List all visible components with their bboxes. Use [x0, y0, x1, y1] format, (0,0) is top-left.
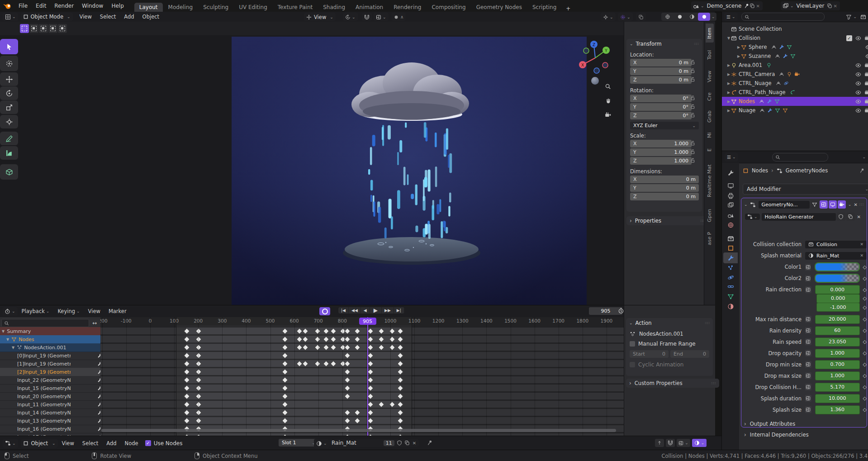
scene-selector[interactable]: ⌄Demo_scene✕ — [691, 1, 763, 10]
keyframe-diamond-button[interactable]: ◇ — [863, 407, 867, 413]
material-name-block[interactable]: Rain_Mat11✕ — [329, 439, 419, 447]
editor-type-button-shader[interactable]: ⌄ — [3, 439, 18, 448]
tool-transform-button[interactable] — [0, 115, 18, 128]
add-workspace-button[interactable]: + — [562, 5, 574, 12]
transform-field[interactable]: Y0 m — [630, 67, 692, 75]
outliner-row-ctrl-nuage[interactable]: ▶CTRL_Nuage — [722, 79, 868, 88]
ref-field[interactable]: Rain_Mat✕ — [805, 252, 867, 260]
keyframe-diamond-button[interactable]: ◇ — [863, 328, 867, 333]
eye-icon[interactable] — [865, 53, 868, 59]
expand-right-icon[interactable]: ▶ — [736, 54, 741, 58]
tool-annotate-button[interactable] — [0, 132, 18, 145]
shader-menu-view[interactable]: View — [58, 440, 78, 447]
topbar-menu-edit[interactable]: Edit — [32, 3, 50, 9]
lock-open-icon[interactable] — [690, 68, 696, 74]
jump-to-start-button[interactable]: |◀ — [338, 307, 349, 314]
lock-open-icon[interactable] — [690, 95, 696, 101]
sub-panel-output-attributes[interactable]: ›Output Attributes — [744, 419, 864, 428]
shader-type-dropdown[interactable]: Object⌄ — [21, 439, 58, 448]
keyframe-diamond-button[interactable]: ◇ — [863, 304, 867, 310]
cyclic-animation-row[interactable]: Cyclic Animation — [626, 358, 713, 368]
editor-type-button-properties[interactable]: ☰⌄ — [725, 153, 738, 162]
tool-rotate-button[interactable] — [0, 86, 18, 100]
viewport-canvas[interactable]: ZXY — [0, 35, 624, 305]
navigation-gizmo[interactable]: ZXY — [577, 39, 613, 75]
expand-right-icon[interactable]: ▶ — [726, 63, 731, 67]
number-field[interactable]: 1.000 — [815, 349, 860, 358]
outliner-row-scene-collection[interactable]: Scene Collection — [722, 24, 868, 33]
modifier-edit-mode-toggle[interactable] — [811, 200, 819, 209]
tool-measure-button[interactable] — [0, 146, 18, 160]
eye-icon[interactable] — [855, 108, 861, 114]
outliner-filter-dropdown[interactable]: ⌄ — [846, 14, 857, 20]
workspace-tab-animation[interactable]: Animation — [351, 3, 388, 12]
camera-visibility-icon[interactable] — [864, 71, 868, 77]
timeline-menu-keying[interactable]: Keying⌄ — [53, 308, 84, 314]
keyframe-grid[interactable]: -200-10001002003004005006007008009001000… — [100, 317, 624, 436]
input-socket-toggle[interactable] — [805, 327, 811, 334]
number-field[interactable]: 0.700 — [815, 360, 860, 369]
viewport-menu-object[interactable]: Object — [138, 14, 163, 20]
lock-open-icon[interactable] — [690, 112, 696, 118]
properties-tab-object[interactable] — [723, 242, 738, 253]
current-frame-field[interactable]: 905 — [589, 307, 622, 315]
modifier-viewport-toggle[interactable] — [829, 200, 837, 209]
topbar-menu-file[interactable]: File — [14, 3, 32, 9]
copy-material-icon[interactable] — [404, 440, 410, 446]
fake-user-icon[interactable] — [397, 440, 402, 446]
channel-row-8[interactable]: Input_20 (GeometryNodes✓ — [0, 392, 118, 401]
transform-field[interactable]: X0° — [630, 95, 692, 102]
input-socket-toggle[interactable] — [805, 286, 811, 293]
shading-material-preview-button[interactable] — [686, 13, 698, 21]
sidebar-tab-item[interactable]: Item — [706, 24, 714, 43]
select-mode-extend[interactable] — [29, 24, 38, 33]
eye-icon[interactable] — [855, 99, 861, 105]
pin-material-button[interactable] — [427, 440, 433, 447]
viewport-menu-select[interactable]: Select — [96, 14, 120, 20]
new-collection-button[interactable] — [860, 14, 866, 20]
sidebar-tab-mi[interactable]: Mi — [706, 129, 714, 142]
select-mode-subtract[interactable] — [39, 24, 48, 33]
properties-tab-modifiers[interactable] — [723, 252, 738, 263]
keyframe-diamond-button[interactable]: ◇ — [863, 395, 867, 401]
properties-search-input[interactable] — [772, 153, 828, 162]
keyframe-diamond-button[interactable]: ◇ — [863, 276, 867, 281]
gizmo-dropdown[interactable]: ⌄ — [601, 13, 616, 21]
sub-panel-internal-dependencies[interactable]: ›Internal Dependencies — [744, 430, 864, 439]
collection-checkbox[interactable]: ✓ — [846, 35, 852, 41]
action-start-field[interactable]: Start0 — [630, 350, 669, 358]
pin-scene-icon[interactable] — [744, 3, 749, 9]
channel-row-1[interactable]: ▼Nodes — [0, 335, 107, 344]
tool-add-cube-button[interactable] — [0, 164, 18, 180]
outliner-row-collision[interactable]: ▼Collision✓ — [722, 33, 868, 43]
outliner-row-sphere[interactable]: ▶Sphere — [722, 43, 868, 52]
eye-icon[interactable] — [855, 35, 861, 41]
editor-type-button-outliner[interactable]: ☰⌄ — [724, 13, 738, 21]
viewlayer-selector[interactable]: ⌄ViewLayer✕ — [781, 1, 840, 10]
transform-field[interactable]: X0 m — [630, 176, 699, 183]
shading-solid-button[interactable] — [674, 13, 686, 21]
snap-settings-dropdown[interactable]: ⌄ — [374, 13, 389, 21]
expand-right-icon[interactable]: ▶ — [736, 45, 741, 49]
tool-select-box-button[interactable] — [0, 39, 18, 54]
keyframe-diamond-button[interactable]: ◇ — [863, 350, 867, 356]
tool-cursor-button[interactable] — [0, 56, 18, 71]
snap-toggle-button[interactable] — [362, 13, 372, 21]
properties-tab-data[interactable] — [723, 291, 738, 302]
vector-value-field[interactable]: 0.000 — [815, 285, 860, 294]
input-socket-toggle[interactable] — [805, 384, 811, 390]
copy-node-group-button[interactable] — [846, 213, 855, 221]
manual-frame-range-row[interactable]: Manual Frame Range — [626, 337, 713, 347]
outliner-row-suzanne[interactable]: ▶Suzanne — [722, 52, 868, 61]
rotation-mode-dropdown[interactable]: XYZ Euler⌄ — [630, 122, 699, 129]
workspace-tab-layout[interactable]: Layout — [134, 3, 163, 12]
properties-tab-scene[interactable] — [723, 209, 738, 220]
select-mode-intersect[interactable] — [58, 24, 67, 33]
channel-row-0[interactable]: ▼Summary — [0, 327, 102, 336]
expand-down-icon[interactable]: ▼ — [726, 36, 731, 40]
timeline-menu-marker[interactable]: Marker — [104, 308, 131, 314]
shader-menu-select[interactable]: Select — [78, 440, 102, 447]
channel-row-3[interactable]: [0]Input_19 (GeometryNo✓ — [0, 352, 118, 360]
transform-field[interactable]: Y0 m — [630, 184, 699, 192]
workspace-tab-shading[interactable]: Shading — [318, 3, 350, 12]
